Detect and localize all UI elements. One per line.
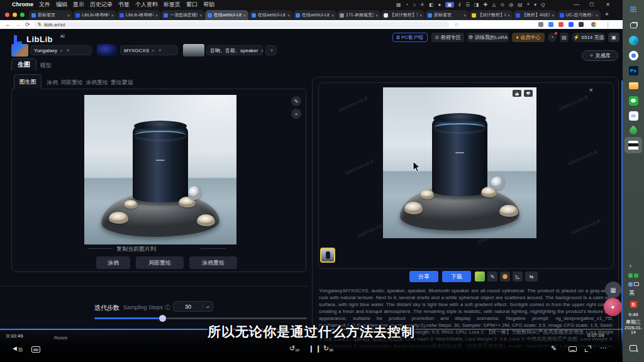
- menu-help[interactable]: 帮助: [203, 1, 214, 9]
- back-icon[interactable]: ←: [5, 21, 11, 28]
- menu-history[interactable]: 历史记录: [90, 1, 113, 9]
- browser-tab-active[interactable]: 在线webUI-LibLibAI-AI绘×: [205, 10, 248, 20]
- palette-icon[interactable]: [500, 272, 510, 282]
- menu-profile[interactable]: 个人资料: [135, 1, 158, 9]
- membership-button[interactable]: ♦会员中心: [512, 33, 545, 42]
- edge-icon[interactable]: [627, 34, 640, 47]
- train-lora-button[interactable]: ⚙训练我的LoRA: [467, 33, 509, 42]
- menubar-app-name[interactable]: Chrome: [12, 1, 33, 8]
- tab-model[interactable]: 模型: [40, 62, 52, 70]
- window-close-icon[interactable]: ×: [606, 1, 609, 8]
- model-thumbnail[interactable]: [97, 44, 118, 57]
- chevron-down-icon[interactable]: ∨: [265, 45, 277, 55]
- chrome-icon[interactable]: [627, 49, 640, 62]
- browser-tab[interactable]: LibLib-哩布哩布AI-中文×: [117, 10, 160, 20]
- send-to-img2img-icon[interactable]: ⇆: [525, 272, 538, 282]
- keyboard-icon[interactable]: [569, 346, 577, 352]
- liblib-logo-icon[interactable]: [14, 35, 23, 45]
- stepper-arrows[interactable]: ▴▾: [203, 305, 213, 309]
- qr-widget-button[interactable]: ▦: [605, 282, 621, 298]
- download-button[interactable]: 下载: [442, 271, 471, 282]
- traffic-close-icon[interactable]: [5, 13, 9, 17]
- tab-close-icon[interactable]: ×: [375, 13, 378, 18]
- pause-button[interactable]: ❙❙: [308, 344, 322, 353]
- menu-bookmarks[interactable]: 书签: [118, 1, 130, 9]
- video-app-icon-active[interactable]: [627, 139, 640, 151]
- subtitle-toggle-icon[interactable]: [31, 346, 40, 353]
- extension-icon[interactable]: [569, 22, 574, 27]
- edit-notes-icon[interactable]: ✎: [551, 344, 557, 353]
- window-maximize-icon[interactable]: □: [590, 1, 593, 8]
- start-button-icon[interactable]: ⊞: [627, 3, 640, 15]
- traffic-minimize-icon[interactable]: [13, 13, 17, 17]
- profile-avatar[interactable]: [591, 22, 596, 27]
- browser-tab[interactable]: 【教程】AI设计那些事×: [513, 10, 557, 20]
- clock-time[interactable]: 9:49: [623, 312, 644, 317]
- steps-slider-handle[interactable]: [159, 315, 166, 322]
- browser-tab[interactable]: UC-自习教程-飞书云文档×: [557, 10, 601, 20]
- subtab-doodle[interactable]: 涂鸦: [47, 79, 58, 87]
- copy-to-doodle-inpaint-button[interactable]: 涂鸦重绘: [189, 256, 237, 269]
- photoshop-icon[interactable]: Ps: [627, 64, 640, 77]
- clock-date[interactable]: 2026-01-14: [623, 326, 644, 334]
- browser-tab[interactable]: 【设计教程】视觉笔-飞书×: [469, 10, 513, 20]
- traffic-zoom-icon[interactable]: [20, 13, 25, 17]
- source-image[interactable]: [84, 95, 236, 244]
- steps-input[interactable]: 30 ▴▾: [173, 301, 213, 312]
- subtab-inpaint-mask[interactable]: 重绘蒙版: [111, 79, 133, 87]
- notification-icon[interactable]: ◔: [548, 33, 557, 42]
- browser-tab[interactable]: 新标签页×: [29, 10, 72, 20]
- user-avatar[interactable]: ▣: [608, 33, 619, 42]
- promo-widget-button[interactable]: ♥: [604, 298, 622, 316]
- model-thumbnail[interactable]: [11, 44, 28, 57]
- steps-slider-track[interactable]: [94, 317, 307, 319]
- thumbs-up-button[interactable]: [513, 90, 521, 97]
- gallery-icon[interactable]: ▤: [560, 33, 569, 42]
- window-minimize-icon[interactable]: —: [574, 1, 579, 8]
- forward-30-icon[interactable]: ↻30: [323, 344, 333, 353]
- share-button[interactable]: 分享: [409, 271, 438, 282]
- tutorial-button[interactable]: ⊙教程专区: [431, 33, 464, 42]
- remove-image-button[interactable]: ×: [291, 109, 301, 119]
- file-explorer-icon[interactable]: [627, 79, 640, 92]
- inspiration-library-button[interactable]: ✧灵感库: [582, 50, 618, 61]
- tab-close-icon[interactable]: ×: [111, 13, 114, 18]
- chevron-down-icon[interactable]: ∨: [67, 48, 70, 53]
- volume-icon[interactable]: ◄))): [11, 344, 23, 352]
- menu-window[interactable]: 窗口: [186, 1, 197, 9]
- browser-tab[interactable]: 一张图搞定模型+场景×: [161, 10, 204, 20]
- tab-close-icon[interactable]: ×: [243, 13, 246, 18]
- address-bar[interactable]: ⇅ liblib.art/sd: [34, 21, 449, 28]
- chip-remove-icon[interactable]: ×: [60, 48, 63, 53]
- subtab-img2img[interactable]: 图生图: [14, 74, 42, 89]
- forward-icon[interactable]: →: [15, 21, 21, 28]
- tab-close-icon[interactable]: ×: [67, 13, 70, 18]
- tray-expand-chevron[interactable]: ‹: [630, 263, 631, 269]
- subtab-doodle-inpaint[interactable]: 涂鸦重绘: [86, 79, 108, 87]
- close-icon[interactable]: ×: [589, 86, 593, 94]
- model-chip-trigger-words[interactable]: 音响、音箱、speaker×: [206, 45, 263, 55]
- rewind-10-icon[interactable]: ↺10: [289, 344, 299, 353]
- site-info-icon[interactable]: ⇅: [38, 22, 42, 27]
- task-view-icon[interactable]: [627, 19, 640, 31]
- app-loop-icon[interactable]: ∞: [627, 109, 640, 122]
- extension-icon[interactable]: [538, 22, 543, 27]
- browser-tab[interactable]: 【设计教程】造像-Figm×: [381, 10, 425, 20]
- recharge-button[interactable]: ⚡6514 充值: [572, 33, 606, 42]
- model-chip-lora2[interactable]: MYXGCXS×∨: [120, 45, 178, 55]
- tray-icons-row2[interactable]: [627, 280, 640, 288]
- tab-close-icon[interactable]: ×: [508, 13, 510, 18]
- liblib-logo-text[interactable]: LibLib: [26, 35, 53, 44]
- browser-menu-icon[interactable]: ⋮: [605, 21, 611, 28]
- tab-close-icon[interactable]: ×: [199, 13, 202, 18]
- clock-weekday[interactable]: 星期三: [623, 319, 644, 326]
- extension-icon[interactable]: [548, 22, 553, 27]
- browser-tab[interactable]: 在线webUI-LibLibAI-AI绘×: [293, 10, 336, 20]
- leaf-app-icon[interactable]: [627, 124, 640, 137]
- tab-generate[interactable]: 生图: [11, 58, 36, 71]
- fullscreen-icon[interactable]: [585, 346, 591, 352]
- menu-view[interactable]: 显示: [73, 1, 84, 9]
- bookmark-star-icon[interactable]: ☆: [454, 21, 459, 28]
- copy-to-inpaint-button[interactable]: 局部重绘: [136, 256, 184, 269]
- new-tab-button[interactable]: +: [605, 11, 609, 18]
